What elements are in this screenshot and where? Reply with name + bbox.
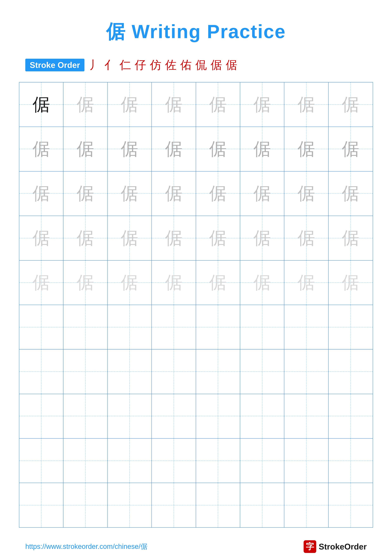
grid-cell-4-6[interactable]: 倨 [240,216,284,260]
stroke-order-badge: Stroke Order [25,59,85,71]
grid-cell-8-5[interactable] [196,394,240,438]
grid-cell-6-7[interactable] [284,305,328,349]
grid-cell-9-3[interactable] [108,438,152,483]
grid-cell-2-5[interactable]: 倨 [196,127,240,171]
grid-cell-10-6[interactable] [240,483,284,527]
grid-cell-7-7[interactable] [284,350,328,394]
grid-cell-10-7[interactable] [284,483,328,527]
stroke-sequence: 丿 亻 仁 仔 仿 佐 佑 侃 倨 倨 [89,58,239,73]
grid-cell-1-4[interactable]: 倨 [152,82,196,127]
grid-cell-4-7[interactable]: 倨 [284,216,328,260]
footer-url[interactable]: https://www.strokeorder.com/chinese/倨 [25,542,148,551]
grid-cell-2-1[interactable]: 倨 [19,127,64,171]
stroke-6: 佐 [165,58,178,73]
grid-cell-4-5[interactable]: 倨 [196,216,240,260]
grid-cell-4-8[interactable]: 倨 [328,216,373,260]
grid-cell-9-1[interactable] [19,438,64,483]
grid-cell-1-8[interactable]: 倨 [328,82,373,127]
stroke-10: 倨 [226,58,239,73]
grid-cell-9-5[interactable] [196,438,240,483]
stroke-1: 丿 [89,58,102,73]
grid-cell-7-8[interactable] [328,350,373,394]
grid-cell-4-4[interactable]: 倨 [152,216,196,260]
grid-cell-6-2[interactable] [64,305,107,349]
grid-cell-6-3[interactable] [108,305,152,349]
grid-row-4: 倨 倨 倨 倨 倨 倨 倨 倨 [19,216,373,260]
grid-cell-1-5[interactable]: 倨 [196,82,240,127]
grid-cell-5-1[interactable]: 倨 [19,261,64,305]
grid-cell-7-4[interactable] [152,350,196,394]
grid-cell-2-7[interactable]: 倨 [284,127,328,171]
grid-cell-10-5[interactable] [196,483,240,527]
grid-cell-4-2[interactable]: 倨 [64,216,107,260]
grid-cell-4-1[interactable]: 倨 [19,216,64,260]
grid-cell-3-2[interactable]: 倨 [64,171,107,216]
grid-cell-2-2[interactable]: 倨 [64,127,107,171]
grid-cell-6-5[interactable] [196,305,240,349]
grid-cell-9-6[interactable] [240,438,284,483]
grid-cell-3-8[interactable]: 倨 [328,171,373,216]
grid-cell-9-4[interactable] [152,438,196,483]
stroke-8: 侃 [195,58,208,73]
grid-row-3: 倨 倨 倨 倨 倨 倨 倨 倨 [19,171,373,216]
grid-cell-10-2[interactable] [64,483,107,527]
grid-cell-8-4[interactable] [152,394,196,438]
grid-cell-5-7[interactable]: 倨 [284,261,328,305]
grid-cell-2-8[interactable]: 倨 [328,127,373,171]
grid-cell-3-6[interactable]: 倨 [240,171,284,216]
footer: https://www.strokeorder.com/chinese/倨 字 … [19,540,373,553]
stroke-4: 仔 [135,58,148,73]
grid-cell-2-6[interactable]: 倨 [240,127,284,171]
grid-cell-10-1[interactable] [19,483,64,527]
grid-cell-8-6[interactable] [240,394,284,438]
grid-cell-3-4[interactable]: 倨 [152,171,196,216]
grid-cell-7-5[interactable] [196,350,240,394]
grid-cell-1-2[interactable]: 倨 [64,82,107,127]
grid-row-6 [19,305,373,350]
grid-cell-6-8[interactable] [328,305,373,349]
grid-cell-10-4[interactable] [152,483,196,527]
grid-cell-9-8[interactable] [328,438,373,483]
stroke-order-section: Stroke Order 丿 亻 仁 仔 仿 佐 佑 侃 倨 倨 [19,58,373,73]
grid-cell-2-3[interactable]: 倨 [108,127,152,171]
grid-cell-7-3[interactable] [108,350,152,394]
grid-cell-4-3[interactable]: 倨 [108,216,152,260]
grid-cell-3-1[interactable]: 倨 [19,171,64,216]
grid-cell-2-4[interactable]: 倨 [152,127,196,171]
footer-logo-icon: 字 [304,540,316,553]
grid-cell-3-3[interactable]: 倨 [108,171,152,216]
grid-cell-5-2[interactable]: 倨 [64,261,107,305]
grid-cell-6-6[interactable] [240,305,284,349]
grid-cell-7-2[interactable] [64,350,107,394]
grid-cell-5-3[interactable]: 倨 [108,261,152,305]
stroke-9: 倨 [211,58,224,73]
grid-cell-7-1[interactable] [19,350,64,394]
grid-cell-6-1[interactable] [19,305,64,349]
grid-cell-1-7[interactable]: 倨 [284,82,328,127]
grid-cell-3-5[interactable]: 倨 [196,171,240,216]
grid-cell-9-2[interactable] [64,438,107,483]
grid-cell-5-4[interactable]: 倨 [152,261,196,305]
practice-grid: 倨 倨 倨 倨 倨 倨 倨 倨 倨 倨 倨 倨 倨 倨 倨 倨 倨 倨 倨 倨 … [19,82,373,528]
grid-cell-8-1[interactable] [19,394,64,438]
grid-cell-8-8[interactable] [328,394,373,438]
grid-cell-9-7[interactable] [284,438,328,483]
grid-cell-10-8[interactable] [328,483,373,527]
grid-cell-5-5[interactable]: 倨 [196,261,240,305]
grid-cell-6-4[interactable] [152,305,196,349]
grid-cell-5-8[interactable]: 倨 [328,261,373,305]
grid-cell-8-7[interactable] [284,394,328,438]
grid-cell-7-6[interactable] [240,350,284,394]
grid-cell-1-6[interactable]: 倨 [240,82,284,127]
grid-cell-3-7[interactable]: 倨 [284,171,328,216]
grid-cell-8-3[interactable] [108,394,152,438]
grid-row-9 [19,438,373,483]
grid-cell-1-3[interactable]: 倨 [108,82,152,127]
grid-cell-10-3[interactable] [108,483,152,527]
grid-cell-8-2[interactable] [64,394,107,438]
stroke-3: 仁 [120,58,133,73]
grid-cell-1-1[interactable]: 倨 [19,82,64,127]
stroke-7: 佑 [180,58,193,73]
footer-logo: 字 StrokeOrder [304,540,367,553]
grid-cell-5-6[interactable]: 倨 [240,261,284,305]
